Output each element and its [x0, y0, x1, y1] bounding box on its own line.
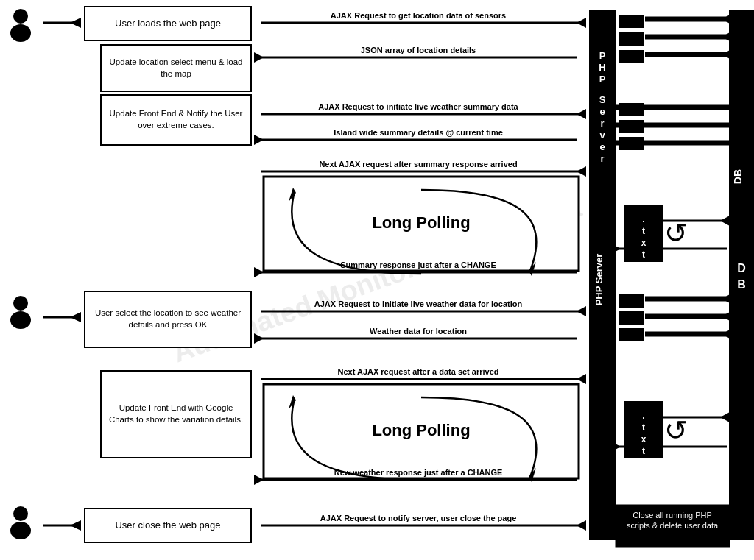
- user-box-close: User close the web page: [84, 508, 252, 543]
- php-r2: r: [600, 153, 604, 164]
- arrow4-label: Island wide summary details @ current ti…: [334, 128, 503, 137]
- svg-marker-57: [720, 412, 730, 422]
- php-p2: P: [599, 74, 606, 85]
- lp1-label: Long Polling: [372, 213, 470, 232]
- svg-marker-29: [722, 14, 731, 24]
- arrow2-label: JSON array of location details: [361, 46, 476, 54]
- user3-head: [13, 506, 28, 521]
- svg-marker-21: [289, 395, 296, 409]
- db-bg: [729, 10, 754, 540]
- svg-marker-20: [529, 468, 536, 482]
- txt1-t1: t: [642, 226, 645, 236]
- txt2-t2: t: [642, 446, 645, 456]
- user-box-charts-text: Update Front End with Google Charts to s…: [106, 403, 246, 425]
- user2-head: [13, 296, 28, 311]
- txt1-x: x: [641, 238, 646, 248]
- arrow8-label: Weather data for location: [370, 327, 467, 336]
- svg-marker-51: [722, 294, 731, 304]
- svg-marker-18: [577, 374, 586, 384]
- txt1-t2: t: [642, 249, 645, 260]
- php-h: H: [599, 62, 605, 73]
- svg-rect-49: [619, 311, 644, 325]
- php-p: P: [599, 50, 606, 61]
- svg-rect-48: [619, 294, 644, 308]
- svg-marker-4: [577, 109, 586, 119]
- arrow11-label: AJAX Request to notify server, user clos…: [320, 514, 517, 522]
- db-d: D: [737, 262, 746, 274]
- svg-marker-38: [611, 102, 621, 113]
- diagram: Automated Monitoring Sri Lanka AJAX Requ…: [0, 0, 754, 560]
- user2-arrow-head: [70, 312, 81, 322]
- svg-marker-59: [611, 442, 621, 452]
- php-server-text: PHP Server: [593, 254, 605, 306]
- arrow10-label: New weather response just after a CHANGE: [334, 468, 503, 477]
- php-e: e: [599, 106, 605, 117]
- svg-rect-26: [619, 15, 644, 28]
- svg-marker-22: [254, 475, 264, 485]
- svg-rect-50: [619, 328, 644, 341]
- close-box: [616, 505, 730, 547]
- svg-rect-27: [619, 32, 644, 46]
- arrow3-label: AJAX Request to initiate live weather su…: [318, 102, 518, 111]
- lp2-label: Long Polling: [372, 421, 470, 439]
- svg-rect-36: [619, 120, 644, 133]
- svg-marker-16: [254, 333, 264, 344]
- user2-body: [10, 311, 31, 329]
- svg-marker-14: [577, 306, 586, 316]
- user1-head: [13, 9, 28, 24]
- user1-arrow-head: [70, 18, 81, 28]
- user-box-update-front-end: Update Front End & Notify the User over …: [100, 94, 252, 146]
- cycle2-icon: ↺: [664, 415, 688, 446]
- arrow7-label: AJAX Request to initiate live weather da…: [314, 300, 523, 308]
- user3-arrow-head: [70, 520, 81, 531]
- user-box-loads-text: User loads the web page: [115, 17, 221, 30]
- txt2-x: x: [641, 434, 646, 444]
- svg-marker-24: [577, 520, 586, 531]
- user-box-loads: User loads the web page: [84, 6, 252, 41]
- svg-marker-33: [722, 49, 731, 60]
- db-text: DB: [732, 169, 744, 184]
- user-box-select-location-text: User select the location to see weather …: [90, 308, 246, 330]
- php-e2: e: [599, 141, 605, 152]
- txt2-bg: [624, 401, 663, 458]
- svg-marker-40: [611, 120, 621, 130]
- cycle1-icon: ↺: [664, 218, 688, 249]
- svg-marker-6: [254, 135, 264, 145]
- svg-marker-42: [611, 138, 621, 148]
- svg-marker-31: [722, 32, 731, 42]
- svg-rect-37: [619, 137, 644, 150]
- arrow5-label: Next AJAX request after summary response…: [319, 160, 517, 169]
- svg-marker-11: [289, 188, 296, 202]
- svg-rect-28: [619, 50, 644, 63]
- svg-marker-8: [577, 166, 586, 177]
- svg-marker-44: [720, 216, 730, 226]
- user-box-select-location: User select the location to see weather …: [84, 291, 252, 348]
- svg-marker-53: [722, 311, 731, 322]
- user-box-update-front-end-text: Update Front End & Notify the User over …: [106, 108, 246, 131]
- user1-body: [10, 24, 31, 42]
- svg-marker-2: [254, 52, 264, 63]
- close-text2: scripts & delete user data: [627, 521, 719, 530]
- arrow9-label: Next AJAX request after a data set arriv…: [337, 367, 498, 376]
- lp2-box: [264, 384, 579, 478]
- php-server-bg: [589, 10, 616, 540]
- user-box-charts: Update Front End with Google Charts to s…: [100, 370, 252, 458]
- arrow6-label: Summary response just after a CHANGE: [340, 260, 496, 269]
- txt1-dot: .: [642, 214, 644, 224]
- txt1-bg: [624, 205, 663, 262]
- lp1-box: [264, 177, 579, 271]
- php-r: r: [600, 118, 604, 129]
- svg-marker-12: [254, 267, 264, 277]
- user-box-location: Update location select menu & load the m…: [100, 44, 252, 92]
- php-s: S: [599, 94, 606, 105]
- close-text1: Close all running PHP: [633, 511, 712, 520]
- php-v: v: [599, 130, 605, 141]
- user-box-close-text: User close the web page: [115, 519, 220, 532]
- arrow1-label: AJAX Request to get location data of sen…: [331, 11, 506, 20]
- user3-body: [10, 522, 31, 539]
- svg-marker-55: [722, 329, 731, 339]
- svg-marker-46: [611, 244, 621, 254]
- db-b: B: [737, 278, 746, 291]
- txt2-t1: t: [642, 422, 645, 433]
- user-box-location-text: Update location select menu & load the m…: [106, 57, 246, 79]
